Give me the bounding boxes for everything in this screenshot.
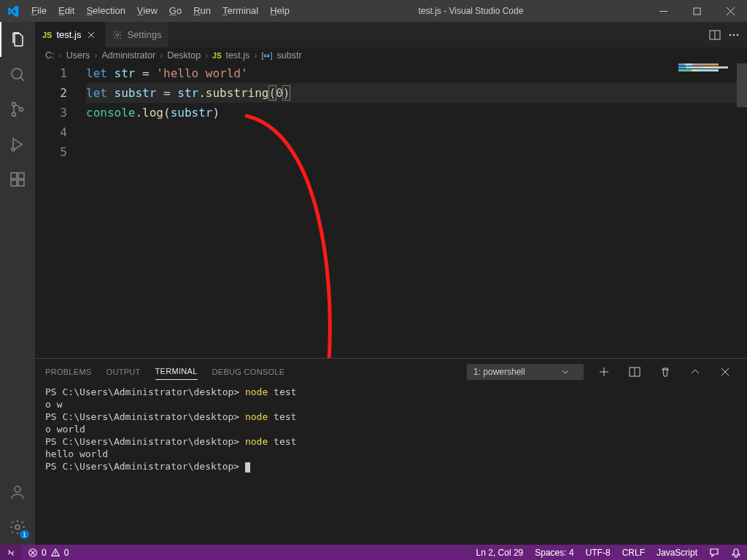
svg-point-4 [20,108,23,112]
maximize-panel-icon[interactable] [690,367,706,377]
editor-group: JS test.js Settings C:› Users› Administr… [35,22,747,545]
menu-file[interactable]: FFileile [26,0,53,22]
svg-rect-9 [18,173,24,179]
extensions-icon[interactable] [0,162,35,197]
menu-terminal[interactable]: Terminal [217,0,264,22]
svg-rect-6 [11,173,17,179]
terminal-selector[interactable]: 1: powershell [467,364,584,380]
svg-point-5 [12,148,15,151]
svg-point-2 [12,103,16,106]
app-logo [0,5,26,18]
split-editor-icon[interactable] [709,29,721,41]
minimize-button[interactable] [646,0,680,22]
panel-tab-debug-console[interactable]: DEBUG CONSOLE [212,364,285,380]
feedback-icon[interactable] [703,545,725,560]
chevron-down-icon [562,368,569,376]
tab-settings[interactable]: Settings [105,22,169,47]
svg-point-1 [12,69,22,79]
menu-help[interactable]: Help [264,0,295,22]
indentation[interactable]: Spaces: 4 [529,545,579,560]
svg-point-15 [733,34,735,36]
eol[interactable]: CRLF [616,545,651,560]
notifications-icon[interactable] [725,545,747,560]
js-file-icon: JS [212,52,221,60]
svg-rect-0 [694,8,700,15]
tab-label: Settings [127,29,161,40]
kill-terminal-icon[interactable] [659,366,676,378]
tab-test-js[interactable]: JS test.js [35,22,105,47]
window-title: test.js - Visual Studio Code [295,6,646,16]
status-bar: 0 0 Ln 2, Col 29 Spaces: 4 UTF-8 CRLF Ja… [0,545,747,560]
gear-icon [112,30,123,40]
js-file-icon: JS [42,31,52,39]
menu-edit[interactable]: Edit [53,0,80,22]
more-actions-icon[interactable] [728,29,740,41]
explorer-icon[interactable] [0,22,35,57]
terminal-output[interactable]: PS C:\Users\Administrator\desktop> node … [35,384,747,545]
editor-scrollbar[interactable] [737,63,747,358]
settings-gear-icon[interactable]: 1 [0,510,35,545]
close-panel-icon[interactable] [721,368,737,376]
svg-rect-8 [18,180,24,186]
editor-tabs: JS test.js Settings [35,22,747,47]
svg-rect-7 [11,180,17,186]
panel-tab-problems[interactable]: PROBLEMS [45,364,92,380]
close-window-button[interactable] [713,0,747,22]
accounts-icon[interactable] [0,475,35,510]
menu-bar: FFileile Edit Selection View Go Run Term… [26,0,295,22]
menu-selection[interactable]: Selection [80,0,131,22]
code-editor[interactable]: 12345 let str = 'hello world'let substr … [35,63,747,358]
svg-point-11 [15,525,20,529]
encoding[interactable]: UTF-8 [580,545,616,560]
svg-point-14 [729,34,732,36]
search-icon[interactable] [0,57,35,92]
minimap[interactable] [678,63,737,358]
remote-button[interactable] [0,545,22,560]
symbol-icon: [⇔] [261,51,272,61]
menu-view[interactable]: View [131,0,163,22]
svg-point-10 [15,486,20,492]
svg-point-16 [737,34,739,36]
svg-point-3 [12,113,16,117]
run-debug-icon[interactable] [0,127,35,162]
panel-tab-output[interactable]: OUTPUT [107,364,141,380]
source-control-icon[interactable] [0,92,35,127]
split-terminal-icon[interactable] [629,366,645,378]
maximize-button[interactable] [680,0,713,22]
activity-bar: 1 [0,22,35,545]
bottom-panel: PROBLEMS OUTPUT TERMINAL DEBUG CONSOLE 1… [35,358,747,545]
panel-tab-terminal[interactable]: TERMINAL [155,363,198,380]
cursor-position[interactable]: Ln 2, Col 29 [471,545,530,560]
breadcrumb[interactable]: C:› Users› Administrator› Desktop› JS te… [35,47,747,63]
menu-go[interactable]: Go [163,0,187,22]
language-mode[interactable]: JavaScript [651,545,703,560]
title-bar: FFileile Edit Selection View Go Run Term… [0,0,747,22]
close-tab-icon[interactable] [85,29,97,41]
svg-point-12 [117,34,120,36]
new-terminal-icon[interactable] [598,366,614,378]
settings-badge: 1 [20,530,29,539]
menu-run[interactable]: Run [187,0,217,22]
problems-button[interactable]: 0 0 [22,545,74,560]
tab-label: test.js [56,29,81,40]
